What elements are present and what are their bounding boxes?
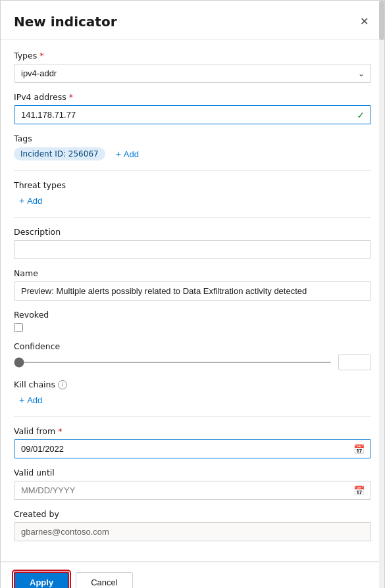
name-label: Name (14, 268, 371, 278)
close-button[interactable]: ✕ (357, 12, 371, 30)
required-star-ipv4: * (69, 92, 73, 102)
revoked-checkbox[interactable] (14, 323, 23, 332)
kill-chains-field-group: Kill chains i + Add (14, 380, 371, 407)
required-star-valid-from: * (58, 426, 62, 436)
required-star: * (39, 51, 43, 61)
ipv4-label: IPv4 address * (14, 92, 371, 102)
plus-icon: + (116, 149, 121, 159)
valid-until-input[interactable] (14, 481, 371, 500)
revoked-field-group: Revoked (14, 310, 371, 332)
threat-types-field-group: Threat types + Add (14, 180, 371, 208)
valid-from-wrapper: 📅 (14, 439, 371, 458)
confidence-value-input[interactable] (338, 355, 371, 370)
kill-chains-add-button[interactable]: + Add (14, 393, 47, 407)
scrollbar-track (379, 1, 384, 588)
types-select[interactable]: ipv4-addr (14, 64, 371, 83)
threat-types-add-row: + Add (14, 193, 371, 208)
cancel-button[interactable]: Cancel (76, 572, 132, 588)
valid-from-input[interactable] (14, 439, 371, 458)
info-icon[interactable]: i (58, 380, 67, 389)
description-label: Description (14, 227, 371, 237)
types-select-wrapper: ipv4-addr ⌄ (14, 64, 371, 83)
confidence-row (14, 355, 371, 370)
valid-until-wrapper: 📅 (14, 481, 371, 500)
kill-chains-add-row: + Add (14, 393, 371, 407)
tags-add-button[interactable]: + Add (111, 147, 144, 161)
valid-from-field-group: Valid from * 📅 (14, 426, 371, 458)
dialog-header: New indicator ✕ (1, 1, 384, 40)
close-icon: ✕ (360, 15, 369, 28)
revoked-label: Revoked (14, 310, 371, 320)
ipv4-input[interactable] (14, 105, 371, 124)
new-indicator-dialog: New indicator ✕ Types * ipv4-addr ⌄ I (0, 0, 385, 588)
created-by-field-group: Created by (14, 509, 371, 541)
name-input[interactable] (14, 282, 371, 301)
threat-types-add-button[interactable]: + Add (14, 193, 47, 208)
apply-button[interactable]: Apply (14, 572, 69, 588)
dialog-footer: Apply Cancel (1, 561, 384, 588)
dialog-body: Types * ipv4-addr ⌄ IPv4 address * ✓ (1, 40, 384, 561)
tags-field-group: Tags Incident ID: 256067 + Add (14, 134, 371, 161)
types-label: Types * (14, 51, 371, 61)
valid-until-label: Valid until (14, 468, 371, 478)
confidence-label: Confidence (14, 341, 371, 351)
ipv4-field-group: IPv4 address * ✓ (14, 92, 371, 124)
plus-icon-kill: + (19, 395, 24, 405)
tags-label: Tags (14, 134, 371, 143)
revoked-checkbox-row (14, 323, 371, 332)
types-field-group: Types * ipv4-addr ⌄ (14, 51, 371, 83)
divider-2 (14, 217, 371, 218)
dialog-title: New indicator (14, 14, 117, 30)
divider-1 (14, 170, 371, 171)
ipv4-input-wrapper: ✓ (14, 105, 371, 124)
check-icon: ✓ (357, 110, 365, 120)
created-by-input (14, 522, 371, 541)
description-field-group: Description (14, 227, 371, 259)
confidence-field-group: Confidence (14, 341, 371, 370)
valid-from-label: Valid from * (14, 426, 371, 436)
scrollbar-thumb[interactable] (379, 1, 384, 40)
created-by-label: Created by (14, 509, 371, 519)
description-input[interactable] (14, 240, 371, 259)
divider-3 (14, 416, 371, 417)
plus-icon-threat: + (19, 195, 24, 206)
valid-until-field-group: Valid until 📅 (14, 468, 371, 500)
tag-badge: Incident ID: 256067 (14, 147, 105, 160)
confidence-slider[interactable] (14, 362, 332, 363)
kill-chains-label: Kill chains i (14, 380, 371, 389)
name-field-group: Name (14, 268, 371, 301)
tags-row: Incident ID: 256067 + Add (14, 147, 371, 161)
threat-types-label: Threat types (14, 180, 371, 190)
